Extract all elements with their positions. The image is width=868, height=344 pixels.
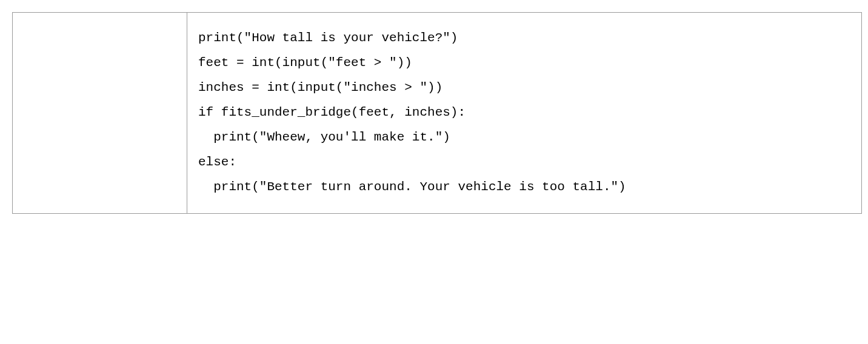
code-line-6: print("Wheew, you'll make it.") xyxy=(198,125,850,150)
code-table-container: print("How tall is your vehicle?") feet … xyxy=(12,12,862,214)
code-line-1: print("How tall is your vehicle?") xyxy=(198,26,850,51)
left-empty-cell xyxy=(13,13,187,214)
table-row: print("How tall is your vehicle?") feet … xyxy=(13,13,862,214)
code-line-8: print("Better turn around. Your vehicle … xyxy=(198,175,850,200)
code-line-3: inches = int(input("inches > ")) xyxy=(198,76,850,101)
code-line-7: else: xyxy=(198,150,850,175)
code-cell: print("How tall is your vehicle?") feet … xyxy=(187,13,862,214)
code-line-2: feet = int(input("feet > ")) xyxy=(198,51,850,76)
code-line-5: if fits_under_bridge(feet, inches): xyxy=(198,101,850,125)
code-table: print("How tall is your vehicle?") feet … xyxy=(12,12,862,214)
